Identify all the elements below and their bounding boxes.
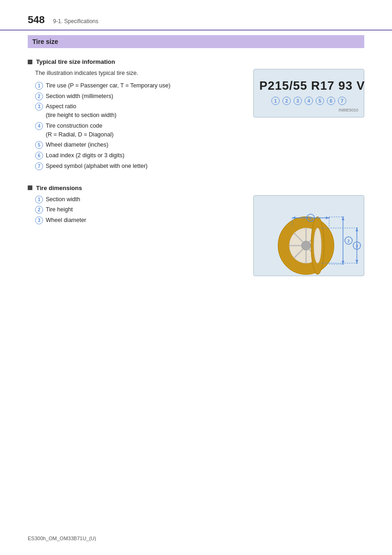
num-circle-6: 6 bbox=[35, 152, 43, 160]
diagram-num-5: 5 bbox=[316, 97, 324, 105]
svg-marker-18 bbox=[326, 216, 329, 219]
dim-num-circle-1: 1 bbox=[35, 196, 43, 204]
tire-dimensions-section: 1 Section width 2 Tire height 3 Wheel di… bbox=[28, 195, 364, 276]
list-item: 5 Wheel diameter (inches) bbox=[35, 141, 246, 149]
diagram-num-7: 7 bbox=[338, 97, 346, 105]
num-circle-1: 1 bbox=[35, 82, 43, 90]
list-item: 4 Tire construction code(R = Radial, D =… bbox=[35, 122, 246, 139]
item-3-text: Aspect ratio(tire height to section widt… bbox=[46, 102, 116, 120]
diagram-num-3: 3 bbox=[294, 97, 302, 105]
typical-tire-diagram-col: P215/55 R17 93 V 1 2 3 4 5 6 7 IN8IE5010 bbox=[253, 69, 364, 117]
typical-tire-text-col: The illustration indicates typical tire … bbox=[28, 69, 246, 173]
tire-illustration-svg: 1 2 bbox=[257, 199, 363, 276]
page-footer: ES300h_OM_OM33B71U_(U) bbox=[28, 536, 96, 541]
dim-item-1-text: Section width bbox=[46, 195, 80, 204]
diagram-num-1: 1 bbox=[271, 97, 280, 105]
typical-tire-list: 1 Tire use (P = Passenger car, T = Tempo… bbox=[35, 81, 246, 171]
tire-size-numbers: 1 2 3 4 5 6 7 bbox=[259, 97, 358, 105]
svg-marker-27 bbox=[342, 261, 344, 264]
typical-tire-intro: The illustration indicates typical tire … bbox=[35, 69, 246, 78]
dim-item-3-text: Wheel diameter bbox=[46, 216, 86, 225]
bullet-icon bbox=[28, 60, 32, 64]
item-6-text: Load index (2 digits or 3 digits) bbox=[46, 151, 124, 160]
diagram-code-1: IN8IE5010 bbox=[259, 108, 358, 112]
dim-num-circle-3: 3 bbox=[35, 216, 43, 224]
list-item: 1 Tire use (P = Passenger car, T = Tempo… bbox=[35, 81, 246, 90]
typical-tire-label: Typical tire size information bbox=[36, 58, 115, 65]
page-chapter: 9-1. Specifications bbox=[53, 18, 98, 25]
num-circle-5: 5 bbox=[35, 141, 43, 149]
dim-num-circle-2: 2 bbox=[35, 206, 43, 214]
svg-text:1: 1 bbox=[309, 216, 312, 221]
tire-size-text: P215/55 R17 93 V bbox=[259, 79, 358, 93]
list-item: 7 Speed symbol (alphabet with one letter… bbox=[35, 162, 246, 171]
tire-dimensions-diagram-col: 1 2 bbox=[253, 195, 364, 276]
content-area: Typical tire size information The illust… bbox=[0, 48, 392, 286]
diagram-num-2: 2 bbox=[282, 97, 291, 105]
num-circle-4: 4 bbox=[35, 122, 43, 130]
page-number: 548 bbox=[28, 14, 45, 26]
item-2-text: Section width (millimeters) bbox=[46, 92, 113, 101]
list-item: 1 Section width bbox=[35, 195, 246, 204]
bullet-icon-2 bbox=[28, 185, 32, 190]
num-circle-3: 3 bbox=[35, 103, 43, 111]
tire-dimensions-diagram: 1 2 bbox=[253, 195, 364, 276]
num-circle-7: 7 bbox=[35, 162, 43, 170]
num-circle-2: 2 bbox=[35, 92, 43, 100]
section-title-bar: Tire size bbox=[28, 35, 364, 48]
diagram-num-4: 4 bbox=[305, 97, 313, 105]
typical-tire-heading: Typical tire size information bbox=[28, 58, 364, 65]
svg-text:2: 2 bbox=[347, 239, 349, 243]
diagram-num-6: 6 bbox=[327, 97, 335, 105]
svg-marker-36 bbox=[355, 260, 358, 263]
list-item: 3 Wheel diameter bbox=[35, 216, 246, 225]
tire-dimensions-label: Tire dimensions bbox=[36, 185, 82, 191]
svg-marker-26 bbox=[342, 217, 344, 220]
section-title: Tire size bbox=[32, 38, 58, 45]
list-item: 6 Load index (2 digits or 3 digits) bbox=[35, 151, 246, 160]
footer-text: ES300h_OM_OM33B71U_(U) bbox=[28, 536, 96, 541]
tire-dimensions-heading: Tire dimensions bbox=[28, 185, 364, 191]
dim-item-2-text: Tire height bbox=[46, 205, 73, 214]
typical-tire-section: The illustration indicates typical tire … bbox=[28, 69, 364, 173]
svg-marker-35 bbox=[355, 228, 358, 231]
item-1-text: Tire use (P = Passenger car, T = Tempora… bbox=[46, 81, 171, 90]
page-container: 548 9-1. Specifications Tire size Typica… bbox=[0, 0, 392, 555]
tire-dimensions-list: 1 Section width 2 Tire height 3 Wheel di… bbox=[35, 195, 246, 225]
page-header: 548 9-1. Specifications bbox=[0, 0, 392, 31]
tire-dimensions-text-col: 1 Section width 2 Tire height 3 Wheel di… bbox=[28, 195, 246, 227]
svg-marker-17 bbox=[292, 216, 295, 219]
svg-point-13 bbox=[314, 228, 321, 263]
svg-point-3 bbox=[301, 241, 311, 250]
tire-size-diagram: P215/55 R17 93 V 1 2 3 4 5 6 7 IN8IE5010 bbox=[253, 69, 364, 117]
list-item: 2 Tire height bbox=[35, 205, 246, 214]
svg-text:3: 3 bbox=[355, 244, 358, 248]
list-item: 2 Section width (millimeters) bbox=[35, 92, 246, 101]
item-5-text: Wheel diameter (inches) bbox=[46, 141, 108, 149]
item-7-text: Speed symbol (alphabet with one letter) bbox=[46, 162, 147, 171]
item-4-text: Tire construction code(R = Radial, D = D… bbox=[46, 122, 114, 139]
list-item: 3 Aspect ratio(tire height to section wi… bbox=[35, 102, 246, 120]
